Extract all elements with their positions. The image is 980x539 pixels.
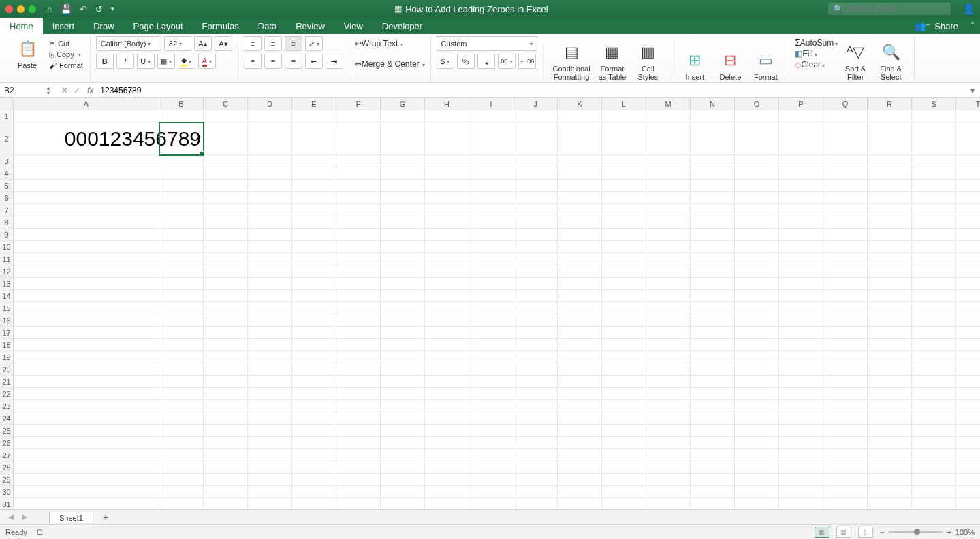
cell-K24[interactable] xyxy=(558,412,602,425)
cell-T10[interactable] xyxy=(956,241,980,253)
cell-P2[interactable] xyxy=(779,122,823,155)
cell-G11[interactable] xyxy=(381,253,425,265)
row-header-31[interactable]: 31 xyxy=(0,498,14,509)
cell-M5[interactable] xyxy=(646,180,691,192)
cell-I10[interactable] xyxy=(469,241,513,253)
cell-H20[interactable] xyxy=(425,363,469,376)
cell-F21[interactable] xyxy=(336,376,381,388)
row-header-30[interactable]: 30 xyxy=(0,486,14,498)
cell-E10[interactable] xyxy=(292,241,336,253)
cell-L7[interactable] xyxy=(602,204,646,216)
cell-M22[interactable] xyxy=(646,388,691,400)
cell-B9[interactable] xyxy=(159,229,204,241)
cell-J29[interactable] xyxy=(513,474,558,486)
cell-O24[interactable] xyxy=(735,412,779,425)
cell-P31[interactable] xyxy=(779,498,823,509)
cell-H2[interactable] xyxy=(425,122,469,155)
cell-O6[interactable] xyxy=(735,192,779,204)
cell-O18[interactable] xyxy=(735,339,779,351)
bold-button[interactable]: B xyxy=(96,54,114,69)
cell-R23[interactable] xyxy=(868,400,912,412)
cell-R8[interactable] xyxy=(868,216,912,229)
cell-C8[interactable] xyxy=(204,216,248,229)
cell-D5[interactable] xyxy=(248,180,292,192)
cell-D11[interactable] xyxy=(248,253,292,265)
cell-R31[interactable] xyxy=(868,498,912,509)
cell-E22[interactable] xyxy=(292,388,336,400)
cell-P30[interactable] xyxy=(779,486,823,498)
cell-L16[interactable] xyxy=(602,314,646,327)
cell-B26[interactable] xyxy=(159,437,204,449)
cell-H29[interactable] xyxy=(425,474,469,486)
cell-N20[interactable] xyxy=(691,363,735,376)
cell-H5[interactable] xyxy=(425,180,469,192)
cell-P8[interactable] xyxy=(779,216,823,229)
cell-R18[interactable] xyxy=(868,339,912,351)
cell-T27[interactable] xyxy=(956,449,980,461)
cell-Q31[interactable] xyxy=(823,498,868,509)
row-header-15[interactable]: 15 xyxy=(0,302,14,314)
cell-P26[interactable] xyxy=(779,437,823,449)
cell-E31[interactable] xyxy=(292,498,336,509)
cell-Q10[interactable] xyxy=(823,241,868,253)
cell-I8[interactable] xyxy=(469,216,513,229)
cell-G7[interactable] xyxy=(381,204,425,216)
cell-E8[interactable] xyxy=(292,216,336,229)
column-header-H[interactable]: H xyxy=(425,98,469,110)
cell-M31[interactable] xyxy=(646,498,691,509)
cell-A8[interactable] xyxy=(14,216,159,229)
insert-cells-button[interactable]: ⊞Insert xyxy=(677,37,712,81)
cell-T19[interactable] xyxy=(956,351,980,363)
font-size-select[interactable]: 32 xyxy=(164,36,191,51)
align-right-button[interactable]: ≡ xyxy=(285,54,302,69)
cell-A23[interactable] xyxy=(14,400,159,412)
cell-G31[interactable] xyxy=(381,498,425,509)
cell-D12[interactable] xyxy=(248,265,292,278)
cell-D3[interactable] xyxy=(248,155,292,167)
cell-J24[interactable] xyxy=(513,412,558,425)
format-painter-button[interactable]: 🖌Format xyxy=(48,61,84,70)
row-header-13[interactable]: 13 xyxy=(0,278,14,290)
number-format-select[interactable]: Custom xyxy=(437,36,537,51)
cell-B25[interactable] xyxy=(159,425,204,437)
cell-Q7[interactable] xyxy=(823,204,868,216)
cell-M14[interactable] xyxy=(646,290,691,302)
cell-S1[interactable] xyxy=(912,110,956,122)
cell-A1[interactable] xyxy=(14,110,159,122)
cell-I12[interactable] xyxy=(469,265,513,278)
cell-G4[interactable] xyxy=(381,167,425,180)
italic-button[interactable]: I xyxy=(116,54,134,69)
cell-L11[interactable] xyxy=(602,253,646,265)
cell-H11[interactable] xyxy=(425,253,469,265)
decrease-decimal-button[interactable]: ←.00 xyxy=(518,54,536,69)
cell-G20[interactable] xyxy=(381,363,425,376)
cell-G15[interactable] xyxy=(381,302,425,314)
cell-B3[interactable] xyxy=(159,155,204,167)
cell-D10[interactable] xyxy=(248,241,292,253)
cell-S13[interactable] xyxy=(912,278,956,290)
cell-T3[interactable] xyxy=(956,155,980,167)
row-header-23[interactable]: 23 xyxy=(0,400,14,412)
cell-N12[interactable] xyxy=(691,265,735,278)
copy-button[interactable]: ⎘Copy▾ xyxy=(48,50,82,59)
cell-P27[interactable] xyxy=(779,449,823,461)
cell-I31[interactable] xyxy=(469,498,513,509)
cell-R29[interactable] xyxy=(868,474,912,486)
cell-L12[interactable] xyxy=(602,265,646,278)
cell-N1[interactable] xyxy=(691,110,735,122)
cell-B23[interactable] xyxy=(159,400,204,412)
cell-S16[interactable] xyxy=(912,314,956,327)
row-header-11[interactable]: 11 xyxy=(0,253,14,265)
row-header-20[interactable]: 20 xyxy=(0,363,14,376)
cell-I18[interactable] xyxy=(469,339,513,351)
cell-O4[interactable] xyxy=(735,167,779,180)
cell-E6[interactable] xyxy=(292,192,336,204)
cell-S8[interactable] xyxy=(912,216,956,229)
cell-F5[interactable] xyxy=(336,180,381,192)
page-break-view-button[interactable]: ▯ xyxy=(858,527,873,538)
cell-Q26[interactable] xyxy=(823,437,868,449)
cell-B17[interactable] xyxy=(159,327,204,339)
cell-M11[interactable] xyxy=(646,253,691,265)
cell-K22[interactable] xyxy=(558,388,602,400)
cell-S25[interactable] xyxy=(912,425,956,437)
